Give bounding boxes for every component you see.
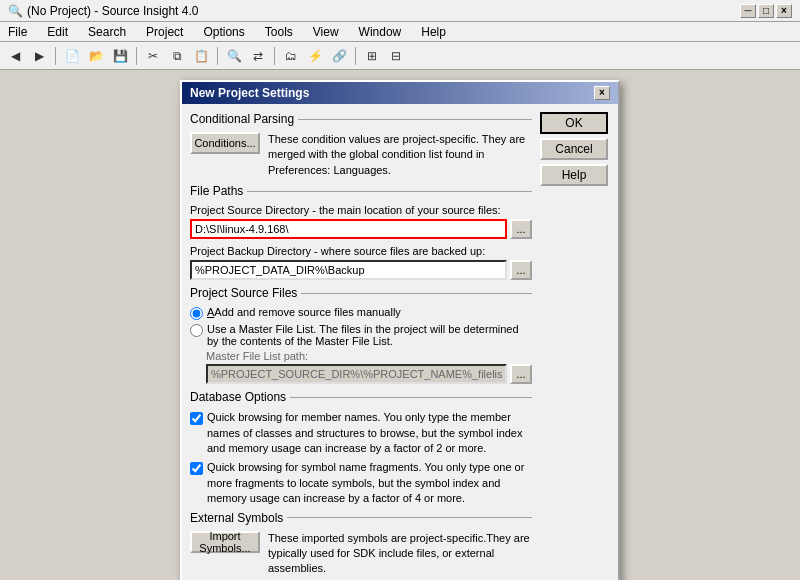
section-divider-line-2 <box>247 191 532 192</box>
new-btn[interactable]: 📄 <box>61 45 83 67</box>
radio-row-2: Use a Master File List. The files in the… <box>190 323 532 347</box>
menu-view[interactable]: View <box>309 25 343 39</box>
modal-overlay: New Project Settings × Conditional Parsi… <box>0 70 800 580</box>
menu-project[interactable]: Project <box>142 25 187 39</box>
toolbar-sep-1 <box>55 47 56 65</box>
section-divider-line-3 <box>301 293 532 294</box>
master-list-browse-btn[interactable]: ... <box>510 364 532 384</box>
section-divider-line-4 <box>290 397 532 398</box>
cut-btn[interactable]: ✂ <box>142 45 164 67</box>
menu-window[interactable]: Window <box>355 25 406 39</box>
save-btn[interactable]: 💾 <box>109 45 131 67</box>
menu-tools[interactable]: Tools <box>261 25 297 39</box>
app-close-btn[interactable]: × <box>776 4 792 18</box>
radio-manual[interactable] <box>190 307 203 320</box>
database-options-section: Quick browsing for member names. You onl… <box>190 410 532 506</box>
backup-dir-label: Project Backup Directory - where source … <box>190 245 532 257</box>
db-option1-checkbox[interactable] <box>190 412 203 425</box>
conditional-parsing-section-header: Conditional Parsing <box>190 112 532 126</box>
db-option2-text: Quick browsing for symbol name fragments… <box>207 460 532 506</box>
toolbar-sep-2 <box>136 47 137 65</box>
master-list-row: ... <box>206 364 532 384</box>
cond-row: Conditions... These condition values are… <box>190 132 532 178</box>
help-btn[interactable]: Help <box>540 164 608 186</box>
radio-manual-label: AAdd and remove source files manually <box>207 306 532 318</box>
section-divider-line-5 <box>287 517 532 518</box>
backup-dir-row: ... <box>190 260 532 280</box>
back-btn[interactable]: ◀ <box>4 45 26 67</box>
replace-btn[interactable]: ⇄ <box>247 45 269 67</box>
file-paths-section-header: File Paths <box>190 184 532 198</box>
ext-description: These imported symbols are project-speci… <box>268 531 532 577</box>
app-icon: 🔍 <box>8 4 23 18</box>
dialog-content: Conditional Parsing Conditions... These … <box>182 104 618 580</box>
cond-description: These condition values are project-speci… <box>268 132 532 178</box>
toolbar-sep-4 <box>274 47 275 65</box>
source-dir-row: ... <box>190 219 532 239</box>
file-paths-label: File Paths <box>190 184 243 198</box>
cancel-btn[interactable]: Cancel <box>540 138 608 160</box>
forward-btn[interactable]: ▶ <box>28 45 50 67</box>
toolbar-sep-5 <box>355 47 356 65</box>
main-area: New Project Settings × Conditional Parsi… <box>0 70 800 580</box>
master-list-label: Master File List path: <box>206 350 532 362</box>
radio-masterlist[interactable] <box>190 324 203 337</box>
toolbar: ◀ ▶ 📄 📂 💾 ✂ ⧉ 📋 🔍 ⇄ 🗂 ⚡ 🔗 ⊞ ⊟ <box>0 42 800 70</box>
menu-options[interactable]: Options <box>199 25 248 39</box>
copy-btn[interactable]: ⧉ <box>166 45 188 67</box>
file-paths-section: Project Source Directory - the main loca… <box>190 204 532 280</box>
radio-masterlist-label: Use a Master File List. The files in the… <box>207 323 532 347</box>
project-source-files-section-header: Project Source Files <box>190 286 532 300</box>
dialog-titlebar: New Project Settings × <box>182 82 618 104</box>
open-btn[interactable]: 📂 <box>85 45 107 67</box>
dialog-right: OK Cancel Help <box>540 112 610 577</box>
db-option2-row: Quick browsing for symbol name fragments… <box>190 460 532 506</box>
menu-search[interactable]: Search <box>84 25 130 39</box>
conditional-parsing-label: Conditional Parsing <box>190 112 294 126</box>
source-dir-label: Project Source Directory - the main loca… <box>190 204 532 216</box>
extra-btn1[interactable]: ⊞ <box>361 45 383 67</box>
project-source-files-section: AAdd and remove source files manually Us… <box>190 306 532 384</box>
backup-dir-input[interactable] <box>190 260 507 280</box>
menu-edit[interactable]: Edit <box>43 25 72 39</box>
conditional-parsing-section: Conditions... These condition values are… <box>190 132 532 178</box>
db-option1-row: Quick browsing for member names. You onl… <box>190 410 532 456</box>
external-symbols-section-header: External Symbols <box>190 511 532 525</box>
new-project-settings-dialog: New Project Settings × Conditional Parsi… <box>180 80 620 580</box>
paste-btn[interactable]: 📋 <box>190 45 212 67</box>
source-dir-input[interactable] <box>190 219 507 239</box>
database-options-section-header: Database Options <box>190 390 532 404</box>
menu-bar: File Edit Search Project Options Tools V… <box>0 22 800 42</box>
app-maximize-btn[interactable]: □ <box>758 4 774 18</box>
db-option1-text: Quick browsing for member names. You onl… <box>207 410 532 456</box>
external-symbols-label: External Symbols <box>190 511 283 525</box>
db-option2-checkbox[interactable] <box>190 462 203 475</box>
menu-help[interactable]: Help <box>417 25 450 39</box>
extra-btn2[interactable]: ⊟ <box>385 45 407 67</box>
backup-dir-browse-btn[interactable]: ... <box>510 260 532 280</box>
source-dir-browse-btn[interactable]: ... <box>510 219 532 239</box>
import-symbols-btn[interactable]: Import Symbols... <box>190 531 260 553</box>
ok-btn[interactable]: OK <box>540 112 608 134</box>
dialog-close-btn[interactable]: × <box>594 86 610 100</box>
app-minimize-btn[interactable]: ─ <box>740 4 756 18</box>
conditions-btn[interactable]: Conditions... <box>190 132 260 154</box>
external-symbols-section: Import Symbols... These imported symbols… <box>190 531 532 577</box>
dialog-title: New Project Settings <box>190 86 309 100</box>
master-list-input[interactable] <box>206 364 507 384</box>
menu-file[interactable]: File <box>4 25 31 39</box>
project-source-files-label: Project Source Files <box>190 286 297 300</box>
dialog-left: Conditional Parsing Conditions... These … <box>190 112 532 577</box>
database-options-label: Database Options <box>190 390 286 404</box>
search-btn[interactable]: 🔍 <box>223 45 245 67</box>
ref-btn[interactable]: 🔗 <box>328 45 350 67</box>
title-bar: 🔍 (No Project) - Source Insight 4.0 ─ □ … <box>0 0 800 22</box>
proj-btn[interactable]: 🗂 <box>280 45 302 67</box>
radio-row-1: AAdd and remove source files manually <box>190 306 532 320</box>
section-divider-line-1 <box>298 119 532 120</box>
app-title: (No Project) - Source Insight 4.0 <box>27 4 198 18</box>
sym-btn[interactable]: ⚡ <box>304 45 326 67</box>
toolbar-sep-3 <box>217 47 218 65</box>
